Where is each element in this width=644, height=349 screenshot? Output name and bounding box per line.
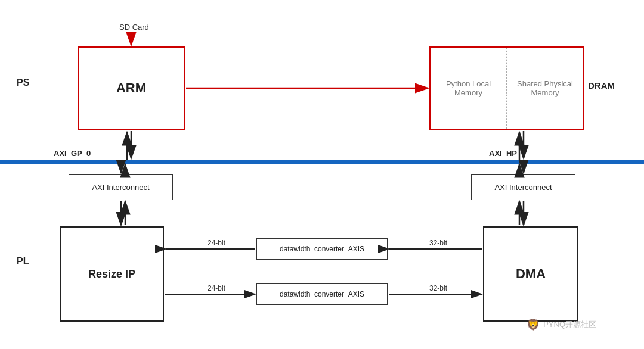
dram-label: DRAM — [588, 80, 615, 91]
watermark: 🦁 PYNQ开源社区 — [527, 318, 596, 331]
converter-top: datawidth_converter_AXIS — [256, 238, 388, 260]
axi-hp-label: AXI_HP_0 — [489, 149, 525, 158]
converter-bottom: datawidth_converter_AXIS — [256, 283, 388, 305]
sdcard-label: SD Card — [119, 23, 149, 32]
axi-gp-label: AXI_GP_0 — [54, 149, 91, 158]
dram-box: Python Local Memory Shared Physical Memo… — [429, 46, 584, 130]
svg-text:24-bit: 24-bit — [208, 284, 226, 292]
bus-line — [0, 160, 644, 164]
svg-text:32-bit: 32-bit — [429, 239, 448, 247]
svg-text:24-bit: 24-bit — [208, 239, 226, 247]
axi-interconnect-left: AXI Interconnect — [69, 174, 173, 200]
dma-box: DMA — [483, 226, 578, 322]
diagram-container: PS PL SD Card ARM Python Local Memory Sh… — [0, 0, 644, 349]
ps-label: PS — [17, 77, 29, 88]
pl-label: PL — [17, 256, 29, 267]
python-local-memory-section: Python Local Memory — [431, 48, 507, 129]
axi-interconnect-right: AXI Interconnect — [471, 174, 575, 200]
arm-label: ARM — [116, 80, 146, 96]
resize-ip-box: Resize IP — [60, 226, 164, 322]
svg-text:32-bit: 32-bit — [429, 284, 448, 292]
shared-physical-memory-section: Shared Physical Memory — [507, 48, 583, 129]
arm-box: ARM — [78, 46, 185, 130]
